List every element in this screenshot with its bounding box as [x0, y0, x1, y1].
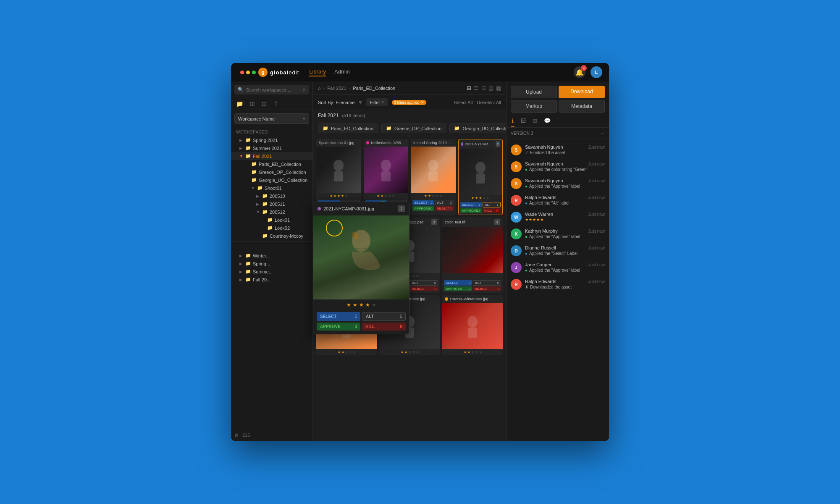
home-icon[interactable]: ⌂	[318, 86, 321, 91]
sidebar-item-paris[interactable]: 📁 Paris_ED_Collection ⋯	[231, 160, 312, 168]
filter-badge[interactable]: 3 filters applied ✕	[392, 100, 427, 105]
sidebar-item-look01[interactable]: 📁 Look01	[231, 216, 312, 224]
activity-name: Savannah Nguyen	[525, 144, 563, 150]
markup-button[interactable]: Markup	[511, 100, 557, 113]
metadata-button[interactable]: Metadata	[559, 100, 605, 113]
close-btn[interactable]	[240, 71, 244, 74]
asset-card-estonia9[interactable]: Estonia-Winter-009.jpg ★★★★★	[442, 295, 503, 355]
expanded-badge-approve[interactable]: APPROVE 3	[317, 323, 360, 331]
sidebar-item-200511[interactable]: ▶ 📁 200511	[231, 200, 312, 208]
activity-content: Savannah Nguyen Just now ● Applied the "…	[525, 178, 605, 189]
notifications-button[interactable]: 🔔 4	[574, 66, 585, 78]
maximize-btn[interactable]	[252, 71, 256, 74]
tab-info[interactable]: ℹ	[511, 115, 514, 127]
sidebar-item-summer2021[interactable]: ▶ 📁 Summer 2021	[231, 144, 312, 152]
folder-greece[interactable]: 📁 Greece_OP_Collection	[381, 123, 446, 133]
nav-admin[interactable]: Admin	[334, 68, 350, 76]
list-view-btn[interactable]: ☰	[474, 85, 479, 91]
add-workspace-icon[interactable]: ⋯	[303, 130, 308, 134]
badge-alt[interactable]: ALT0	[435, 200, 454, 205]
sidebar-item-summer2[interactable]: ▶ 📁 Summe...	[231, 268, 312, 276]
upload-icon[interactable]: ⤒	[273, 100, 278, 107]
sidebar-item-spring2[interactable]: ▶ 📁 Spring...	[231, 260, 312, 268]
star-5-empty[interactable]: ★	[372, 302, 376, 308]
asset-card-nycamp[interactable]: 2021-NYCAMP-0031.jpg 2 ★★★★★	[458, 139, 503, 215]
activity-time: Just now	[588, 279, 605, 284]
sidebar-item-look02[interactable]: 📁 Look02	[231, 224, 312, 232]
badge-alt[interactable]: ALT0	[410, 280, 438, 286]
sort-button[interactable]: Sort By: Filename	[318, 100, 354, 105]
expanded-badge-select[interactable]: SELECT 1	[317, 312, 360, 321]
badge-reject[interactable]: REJECT2	[435, 206, 454, 211]
app-window: g globaledit Library Admin 🔔 4 L 🔍 ✕	[231, 63, 609, 441]
download-button[interactable]: Download	[559, 86, 605, 98]
folder-paris[interactable]: 📁 Paris_ED_Collection	[318, 123, 378, 133]
asset-card-colortest[interactable]: color_test.tif 9 ····· SELECT0 ALT0 A	[442, 218, 503, 293]
star-3[interactable]: ★	[359, 302, 364, 308]
breadcrumb-fall2021[interactable]: Fall 2021	[327, 86, 346, 91]
badge-approve[interactable]: APPROVE0	[412, 206, 434, 211]
badge-alt[interactable]: ALT1	[483, 202, 501, 207]
clear-filters-btn[interactable]: ✕	[421, 100, 424, 105]
asset-thumbnail	[442, 303, 503, 349]
tab-image[interactable]: 🖼	[520, 115, 527, 127]
sidebar-item-georgia[interactable]: 📁 Georgia_UO_Collection	[231, 176, 312, 184]
badge-select[interactable]: SELECT0	[412, 200, 434, 205]
sidebar-item-courtney[interactable]: 📁 Courtney-Mccoy	[231, 232, 312, 240]
trash-icon[interactable]: 🗑	[234, 433, 239, 438]
workspace-select[interactable]: Workspace Name ▾	[234, 113, 309, 124]
version-options-btn[interactable]: ···	[601, 130, 605, 136]
star-2[interactable]: ★	[353, 302, 357, 308]
sidebar-item-greece[interactable]: 📁 Greece_OP_Collection	[231, 168, 312, 176]
sidebar-item-fall2[interactable]: ▶ 📁 Fall 20...	[231, 276, 312, 284]
badge-reject[interactable]: REJECT0	[473, 286, 501, 291]
breadcrumb-paris[interactable]: Paris_ED_Collection	[353, 86, 395, 91]
select-all-btn[interactable]: Select All	[454, 100, 472, 105]
search-input[interactable]	[246, 87, 300, 92]
collection-title: Fall 2021	[318, 113, 339, 118]
upload-button[interactable]: Upload	[511, 86, 557, 98]
detail-view-btn[interactable]: ⊡	[481, 85, 486, 91]
badge-approve[interactable]: APPROVE3	[460, 208, 482, 213]
folder-georgia[interactable]: 📁 Georgia_UO_Collection	[449, 123, 506, 133]
nav-library[interactable]: Library	[309, 68, 326, 76]
user-avatar[interactable]: L	[591, 66, 602, 78]
activity-time: Just now	[588, 178, 605, 183]
star-1[interactable]: ★	[346, 302, 351, 308]
large-view-btn[interactable]: ▤	[488, 85, 494, 91]
clear-search-icon[interactable]: ✕	[302, 87, 306, 92]
badge-reject[interactable]: REJECT0	[410, 286, 438, 291]
layers-icon[interactable]: ⊞	[250, 100, 255, 107]
activity-time: Just now	[588, 145, 605, 150]
sidebar-item-spring2021[interactable]: ▶ 📁 Spring 2021	[231, 136, 312, 144]
film-view-btn[interactable]: ▦	[496, 85, 501, 91]
search-wrap: 🔍 ✕	[234, 85, 309, 94]
green-dot-icon: ●	[525, 268, 528, 273]
badge-select[interactable]: SELECT0	[444, 280, 472, 286]
kill-value: 0	[400, 324, 402, 329]
expanded-badge-alt[interactable]: ALT 1	[362, 312, 406, 321]
minimize-btn[interactable]	[246, 71, 250, 74]
sidebar-item-fall2021[interactable]: ▼ 📁 Fall 2021	[231, 152, 312, 160]
badge-select[interactable]: SELECT1	[460, 202, 482, 207]
badge-alt[interactable]: ALT0	[473, 280, 501, 286]
badge-kill[interactable]: KILL0	[483, 208, 501, 213]
folder-icon[interactable]: 📁	[236, 100, 243, 107]
grid-view-btn[interactable]: ⊞	[467, 85, 471, 91]
asset-filename: Ireland-Spring-2019-002.jpg	[413, 141, 453, 145]
svg-point-2	[381, 160, 391, 171]
filter-button[interactable]: Filter ▾	[366, 98, 387, 106]
tab-metadata[interactable]: ⊞	[532, 115, 538, 127]
tab-chat[interactable]: 💬	[543, 115, 551, 127]
sidebar-item-200512[interactable]: ▼ 📁 200512	[231, 208, 312, 216]
asset-card-ireland[interactable]: Ireland-Spring-2019-002.jpg ★★★★★	[411, 139, 456, 215]
badge-approve[interactable]: APPROVE0	[444, 286, 472, 291]
expanded-badge-kill[interactable]: KILL 0	[362, 323, 406, 331]
deselect-all-btn[interactable]: Deselect All	[477, 100, 501, 105]
activity-action: ● Applied the "Alt" label	[525, 201, 605, 205]
star-4[interactable]: ★	[365, 302, 370, 308]
sidebar-item-winter[interactable]: ▶ 📁 Winter...	[231, 252, 312, 260]
sidebar-item-200510[interactable]: ▶ 📁 200510	[231, 192, 312, 200]
grid-icon[interactable]: ⊡	[262, 100, 267, 107]
sidebar-item-shoot01[interactable]: ▼ 📁 Shoot01	[231, 184, 312, 192]
